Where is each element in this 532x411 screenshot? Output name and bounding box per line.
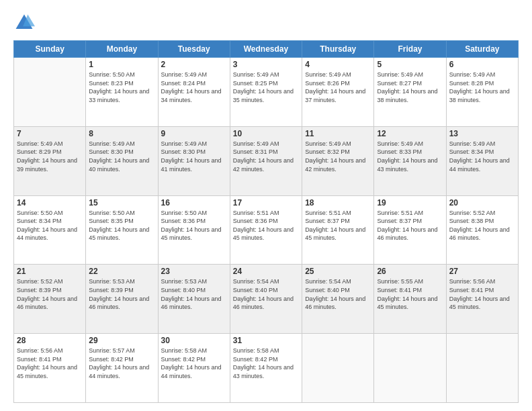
calendar-day-cell: 20Sunrise: 5:52 AMSunset: 8:38 PMDayligh…: [446, 195, 518, 265]
day-info: Sunrise: 5:49 AMSunset: 8:30 PMDaylight:…: [89, 140, 154, 173]
day-number: 21: [17, 267, 83, 276]
day-info: Sunrise: 5:49 AMSunset: 8:26 PMDaylight:…: [305, 71, 371, 104]
calendar-day-cell: [374, 334, 446, 403]
day-header-tuesday: Tuesday: [158, 41, 230, 58]
day-info: Sunrise: 5:49 AMSunset: 8:25 PMDaylight:…: [233, 71, 299, 104]
calendar-day-cell: 9Sunrise: 5:49 AMSunset: 8:30 PMDaylight…: [158, 126, 230, 195]
day-number: 26: [377, 267, 443, 276]
calendar-day-cell: 1Sunrise: 5:50 AMSunset: 8:23 PMDaylight…: [86, 58, 158, 127]
day-number: 10: [233, 129, 299, 138]
day-info: Sunrise: 5:54 AMSunset: 8:40 PMDaylight:…: [233, 277, 299, 311]
header: [13, 12, 519, 34]
calendar-week-row: 14Sunrise: 5:50 AMSunset: 8:34 PMDayligh…: [14, 195, 519, 265]
day-number: 15: [89, 198, 154, 208]
day-number: 30: [161, 336, 227, 345]
day-info: Sunrise: 5:56 AMSunset: 8:41 PMDaylight:…: [17, 347, 83, 380]
calendar-day-cell: 30Sunrise: 5:58 AMSunset: 8:42 PMDayligh…: [158, 334, 230, 403]
day-header-thursday: Thursday: [302, 41, 374, 58]
day-number: 9: [161, 129, 227, 138]
day-number: 4: [305, 60, 371, 69]
day-header-saturday: Saturday: [446, 41, 518, 58]
calendar-table: SundayMondayTuesdayWednesdayThursdayFrid…: [13, 40, 519, 403]
day-info: Sunrise: 5:58 AMSunset: 8:42 PMDaylight:…: [161, 347, 227, 380]
day-info: Sunrise: 5:52 AMSunset: 8:39 PMDaylight:…: [17, 277, 83, 311]
calendar-day-cell: 23Sunrise: 5:53 AMSunset: 8:40 PMDayligh…: [158, 265, 230, 334]
calendar-week-row: 7Sunrise: 5:49 AMSunset: 8:29 PMDaylight…: [14, 126, 519, 195]
day-info: Sunrise: 5:49 AMSunset: 8:34 PMDaylight:…: [449, 140, 515, 173]
calendar-day-cell: 14Sunrise: 5:50 AMSunset: 8:34 PMDayligh…: [14, 195, 86, 265]
calendar-week-row: 21Sunrise: 5:52 AMSunset: 8:39 PMDayligh…: [14, 265, 519, 334]
calendar-week-row: 28Sunrise: 5:56 AMSunset: 8:41 PMDayligh…: [14, 334, 519, 403]
day-number: 13: [449, 129, 515, 138]
day-number: 20: [449, 198, 515, 208]
calendar-day-cell: 24Sunrise: 5:54 AMSunset: 8:40 PMDayligh…: [230, 265, 302, 334]
day-number: 23: [161, 267, 227, 276]
calendar-day-cell: [302, 334, 374, 403]
calendar-day-cell: 31Sunrise: 5:58 AMSunset: 8:42 PMDayligh…: [230, 334, 302, 403]
day-number: 6: [449, 60, 515, 69]
calendar-header-row: SundayMondayTuesdayWednesdayThursdayFrid…: [14, 41, 519, 58]
day-info: Sunrise: 5:50 AMSunset: 8:34 PMDaylight:…: [17, 209, 83, 242]
calendar-day-cell: 21Sunrise: 5:52 AMSunset: 8:39 PMDayligh…: [14, 265, 86, 334]
calendar-day-cell: 29Sunrise: 5:57 AMSunset: 8:42 PMDayligh…: [86, 334, 158, 403]
day-info: Sunrise: 5:49 AMSunset: 8:28 PMDaylight:…: [449, 71, 515, 104]
day-info: Sunrise: 5:49 AMSunset: 8:24 PMDaylight:…: [161, 71, 227, 104]
day-number: 16: [161, 198, 227, 208]
day-info: Sunrise: 5:58 AMSunset: 8:42 PMDaylight:…: [233, 347, 299, 380]
calendar-day-cell: 25Sunrise: 5:54 AMSunset: 8:40 PMDayligh…: [302, 265, 374, 334]
day-info: Sunrise: 5:49 AMSunset: 8:29 PMDaylight:…: [17, 140, 83, 173]
logo: [13, 12, 38, 34]
day-number: 27: [449, 267, 515, 276]
day-number: 1: [89, 60, 154, 69]
day-number: 28: [17, 336, 83, 345]
day-number: 22: [89, 267, 154, 276]
day-number: 3: [233, 60, 299, 69]
calendar-day-cell: 19Sunrise: 5:51 AMSunset: 8:37 PMDayligh…: [374, 195, 446, 265]
calendar-week-row: 1Sunrise: 5:50 AMSunset: 8:23 PMDaylight…: [14, 58, 519, 127]
calendar-day-cell: 16Sunrise: 5:50 AMSunset: 8:36 PMDayligh…: [158, 195, 230, 265]
day-info: Sunrise: 5:53 AMSunset: 8:39 PMDaylight:…: [89, 277, 154, 311]
day-info: Sunrise: 5:49 AMSunset: 8:30 PMDaylight:…: [161, 140, 227, 173]
day-info: Sunrise: 5:57 AMSunset: 8:42 PMDaylight:…: [89, 347, 154, 380]
calendar-day-cell: 12Sunrise: 5:49 AMSunset: 8:33 PMDayligh…: [374, 126, 446, 195]
calendar-day-cell: [446, 334, 518, 403]
calendar-day-cell: 28Sunrise: 5:56 AMSunset: 8:41 PMDayligh…: [14, 334, 86, 403]
calendar-day-cell: 10Sunrise: 5:49 AMSunset: 8:31 PMDayligh…: [230, 126, 302, 195]
day-info: Sunrise: 5:49 AMSunset: 8:27 PMDaylight:…: [377, 71, 443, 104]
day-number: 24: [233, 267, 299, 276]
day-info: Sunrise: 5:53 AMSunset: 8:40 PMDaylight:…: [161, 277, 227, 311]
day-info: Sunrise: 5:51 AMSunset: 8:37 PMDaylight:…: [377, 209, 443, 242]
day-info: Sunrise: 5:50 AMSunset: 8:36 PMDaylight:…: [161, 209, 227, 242]
day-number: 5: [377, 60, 443, 69]
calendar-day-cell: 17Sunrise: 5:51 AMSunset: 8:36 PMDayligh…: [230, 195, 302, 265]
day-number: 29: [89, 336, 154, 345]
day-number: 17: [233, 198, 299, 208]
day-header-wednesday: Wednesday: [230, 41, 302, 58]
day-info: Sunrise: 5:49 AMSunset: 8:31 PMDaylight:…: [233, 140, 299, 173]
calendar-day-cell: 5Sunrise: 5:49 AMSunset: 8:27 PMDaylight…: [374, 58, 446, 127]
day-number: 25: [305, 267, 371, 276]
calendar-day-cell: 3Sunrise: 5:49 AMSunset: 8:25 PMDaylight…: [230, 58, 302, 127]
logo-icon: [13, 12, 35, 34]
calendar-day-cell: 2Sunrise: 5:49 AMSunset: 8:24 PMDaylight…: [158, 58, 230, 127]
calendar-day-cell: 13Sunrise: 5:49 AMSunset: 8:34 PMDayligh…: [446, 126, 518, 195]
day-info: Sunrise: 5:56 AMSunset: 8:41 PMDaylight:…: [449, 277, 515, 311]
day-info: Sunrise: 5:55 AMSunset: 8:41 PMDaylight:…: [377, 277, 443, 311]
day-header-friday: Friday: [374, 41, 446, 58]
day-number: 14: [17, 198, 83, 208]
calendar-day-cell: [14, 58, 86, 127]
calendar-day-cell: 7Sunrise: 5:49 AMSunset: 8:29 PMDaylight…: [14, 126, 86, 195]
day-number: 18: [305, 198, 371, 208]
day-number: 31: [233, 336, 299, 345]
day-info: Sunrise: 5:51 AMSunset: 8:36 PMDaylight:…: [233, 209, 299, 242]
day-info: Sunrise: 5:52 AMSunset: 8:38 PMDaylight:…: [449, 209, 515, 242]
page-container: SundayMondayTuesdayWednesdayThursdayFrid…: [0, 0, 532, 411]
day-info: Sunrise: 5:51 AMSunset: 8:37 PMDaylight:…: [305, 209, 371, 242]
day-number: 7: [17, 129, 83, 138]
calendar-day-cell: 22Sunrise: 5:53 AMSunset: 8:39 PMDayligh…: [86, 265, 158, 334]
day-info: Sunrise: 5:50 AMSunset: 8:23 PMDaylight:…: [89, 71, 154, 104]
day-number: 8: [89, 129, 154, 138]
calendar-day-cell: 15Sunrise: 5:50 AMSunset: 8:35 PMDayligh…: [86, 195, 158, 265]
day-number: 19: [377, 198, 443, 208]
calendar-day-cell: 8Sunrise: 5:49 AMSunset: 8:30 PMDaylight…: [86, 126, 158, 195]
